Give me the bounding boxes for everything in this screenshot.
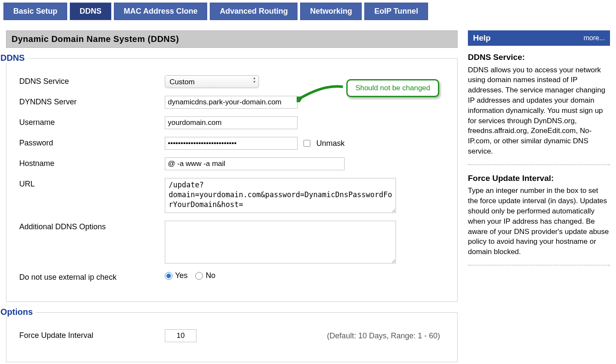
noextip-label: Do not use external ip check <box>19 271 165 282</box>
noextip-no-text: No <box>205 271 215 280</box>
annotation-callout: Should not be changed <box>346 79 439 97</box>
hostname-input[interactable] <box>165 157 345 170</box>
help-more-link[interactable]: more... <box>583 34 605 42</box>
username-input[interactable] <box>165 116 298 129</box>
dyndns-server-label: DYNDNS Server <box>19 96 165 107</box>
help-ddns-heading: DDNS Service: <box>468 52 610 63</box>
help-force-heading: Force Update Interval: <box>468 173 610 184</box>
annotation-arrow-icon <box>297 84 344 102</box>
page-title: Dynamic Domain Name System (DDNS) <box>6 30 458 48</box>
ddns-service-select[interactable]: Custom <box>165 75 259 88</box>
noextip-no-option[interactable]: No <box>195 271 215 280</box>
help-sidebar: Help more... DDNS Service: DDNS allows y… <box>468 30 610 273</box>
force-update-label: Force Update Interval <box>19 329 165 340</box>
noextip-yes-radio[interactable] <box>165 272 173 280</box>
url-textarea[interactable] <box>165 178 396 213</box>
password-label: Password <box>19 137 165 148</box>
unmask-checkbox[interactable] <box>304 140 310 147</box>
ddns-service-label: DDNS Service <box>19 75 165 86</box>
password-input[interactable] <box>165 137 298 150</box>
url-label: URL <box>19 178 165 189</box>
help-force-body: Type an integer number in the box to set… <box>468 186 610 257</box>
help-title: Help <box>473 33 491 43</box>
options-legend: Options <box>0 307 36 317</box>
tab-ddns[interactable]: DDNS <box>70 3 111 20</box>
noextip-yes-text: Yes <box>175 271 187 280</box>
force-update-hint: (Default: 10 Days, Range: 1 - 60) <box>327 331 444 340</box>
tab-basic-setup[interactable]: Basic Setup <box>3 3 67 20</box>
unmask-label: Unmask <box>316 139 345 148</box>
nav-tabs: Basic Setup DDNS MAC Address Clone Advan… <box>0 0 616 20</box>
username-label: Username <box>19 116 165 127</box>
force-update-input[interactable] <box>165 329 196 342</box>
additional-ddns-textarea[interactable] <box>165 221 396 263</box>
help-ddns-body: DDNS allows you to access your network u… <box>468 65 610 157</box>
noextip-no-radio[interactable] <box>195 272 203 280</box>
dyndns-server-input[interactable] <box>165 96 298 109</box>
hostname-label: Hostname <box>19 157 165 168</box>
ddns-legend: DDNS <box>0 53 28 63</box>
noextip-yes-option[interactable]: Yes <box>165 271 187 280</box>
additional-ddns-label: Additional DDNS Options <box>19 221 165 231</box>
tab-mac-address-clone[interactable]: MAC Address Clone <box>114 3 207 20</box>
options-section: Options Force Update Interval (Default: … <box>6 312 458 362</box>
ddns-section: DDNS DDNS Service Custom <box>6 58 458 302</box>
tab-advanced-routing[interactable]: Advanced Routing <box>210 3 298 20</box>
tab-eoip-tunnel[interactable]: EoIP Tunnel <box>364 3 428 20</box>
tab-networking[interactable]: Networking <box>300 3 362 20</box>
